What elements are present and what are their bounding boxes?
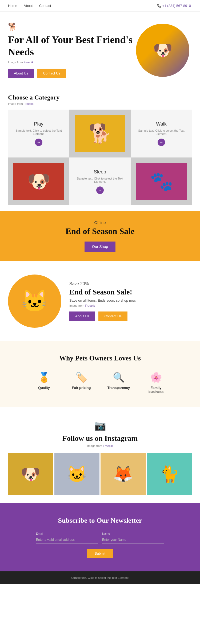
cat-contact-button[interactable]: Contact Us (98, 311, 127, 321)
why-section: Why Pets Owners Loves Us 🏅 Quality 🏷️ Fa… (0, 341, 200, 407)
insta-photo-4[interactable]: 🐈 (147, 453, 192, 495)
instagram-image-credit: Image from Freepik (8, 444, 192, 447)
cat-buttons: About Us Contact Us (69, 311, 192, 321)
sleep-title: Sleep (94, 169, 106, 175)
puppy-photo: 🐾 (136, 163, 187, 200)
navbar: Home About Contact 📞+1 (234) 567-8910 (0, 0, 200, 12)
category-title: Choose a Category (8, 94, 192, 101)
insta-photo-3[interactable]: 🦊 (101, 453, 146, 495)
hero-title: For All of Your Best Friend's Needs (8, 34, 133, 58)
insta-photo-2[interactable]: 🐱 (54, 453, 100, 495)
play-text: Sample text. Click to select the Text El… (13, 129, 64, 135)
fair-pricing-label: Fair pricing (72, 386, 91, 390)
walk-text: Sample text. Click to select the Text El… (136, 129, 187, 135)
instagram-grid: 🐶 🐱 🦊 🐈 (8, 453, 192, 495)
sleep-arrow[interactable]: → (96, 186, 104, 194)
category-play[interactable]: Play Sample text. Click to select the Te… (8, 110, 69, 157)
phone-icon: 📞 (157, 4, 161, 8)
cat-info: Save 20% End of Season Sale! Save on all… (69, 281, 192, 321)
why-transparency: 🔍 Transparency (105, 372, 132, 394)
hero-left: 🐕 For All of Your Best Friend's Needs Im… (8, 22, 133, 78)
newsletter-section: Subscribe to Our Newsletter Email Name S… (0, 503, 200, 571)
play-arrow[interactable]: → (35, 139, 42, 146)
family-business-icon: 🌸 (150, 372, 162, 383)
our-shop-button[interactable]: Our Shop (85, 242, 115, 252)
sale-title: End of Season Sale (8, 226, 192, 236)
why-grid: 🏅 Quality 🏷️ Fair pricing 🔍 Transparency… (8, 372, 192, 394)
category-freepik-link[interactable]: Freepik (24, 102, 34, 105)
cat-desc: Save on all items. Ends soon, so shop no… (69, 298, 192, 302)
instagram-section: 📷 Follow us on Instagram Image from Free… (0, 407, 200, 503)
sleep-text: Sample text. Click to select the Text El… (75, 177, 125, 183)
category-grid: Play Sample text. Click to select the Te… (8, 110, 192, 205)
newsletter-title: Subscribe to Our Newsletter (8, 517, 192, 525)
name-input[interactable] (102, 536, 164, 543)
category-sleep[interactable]: Sleep Sample text. Click to select the T… (69, 157, 131, 205)
bulldog-photo: 🐶 (13, 163, 64, 200)
newsletter-input-row: Email Name (36, 532, 164, 543)
nav-phone: 📞+1 (234) 567-8910 (157, 4, 192, 8)
category-walk[interactable]: Walk Sample text. Click to select the Te… (131, 110, 192, 157)
hero-freepik-link[interactable]: Freepik (24, 61, 34, 64)
instagram-title: Follow us on Instagram (8, 434, 192, 443)
sale-banner: Offline End of Season Sale Our Shop (0, 211, 200, 261)
nav-about[interactable]: About (24, 4, 33, 8)
name-label: Name (102, 532, 110, 535)
category-bulldog-image: 🐶 (8, 157, 69, 205)
nav-contact[interactable]: Contact (39, 4, 51, 8)
cat-sale-title: End of Season Sale! (69, 288, 192, 296)
cat-freepik-link[interactable]: Freepik (85, 304, 95, 307)
why-family-business: 🌸 Family business (143, 372, 169, 394)
why-title: Why Pets Owners Loves Us (8, 354, 192, 362)
category-image-credit: Image from Freepik (8, 102, 192, 105)
hero-dog-circle: 🐶 (136, 24, 189, 77)
quality-icon: 🏅 (38, 372, 50, 383)
insta-photo-1[interactable]: 🐶 (8, 453, 53, 495)
cat-sale-section: 🐱 Save 20% End of Season Sale! Save on a… (0, 261, 200, 341)
email-group: Email (36, 532, 98, 543)
beagle-photo: 🐕 (75, 115, 125, 152)
fair-pricing-icon: 🏷️ (75, 372, 87, 383)
transparency-icon: 🔍 (113, 372, 125, 383)
category-section: Choose a Category Image from Freepik Pla… (0, 83, 200, 211)
transparency-label: Transparency (107, 386, 130, 390)
email-label: Email (36, 532, 43, 535)
family-business-label: Family business (143, 386, 169, 394)
hero-right: 🐶 (133, 24, 192, 77)
sale-label: Offline (8, 220, 192, 225)
nav-links: Home About Contact (8, 4, 51, 8)
category-beagle-image: 🐕 (69, 110, 131, 157)
hero-dog-image: 🐶 (136, 24, 189, 77)
hero-section: 🐕 For All of Your Best Friend's Needs Im… (0, 12, 200, 83)
why-fair-pricing: 🏷️ Fair pricing (68, 372, 95, 394)
hero-image-credit: Image from Freepik (8, 61, 133, 64)
play-title: Play (34, 121, 43, 127)
instagram-icon: 📷 (8, 420, 192, 431)
nav-home[interactable]: Home (8, 4, 17, 8)
walk-arrow[interactable]: → (158, 139, 165, 146)
hero-buttons: About Us Contact Us (8, 69, 133, 78)
category-puppy-image: 🐾 (131, 157, 192, 205)
footer-text: Sample text. Click to select the Text El… (71, 576, 129, 579)
name-group: Name (102, 532, 164, 543)
hero-pet-icon: 🐕 (8, 22, 133, 31)
hero-about-button[interactable]: About Us (8, 69, 34, 78)
submit-button[interactable]: Submit (87, 549, 113, 558)
hero-contact-button[interactable]: Contact Us (37, 69, 66, 78)
why-quality: 🏅 Quality (31, 372, 57, 394)
footer: Sample text. Click to select the Text El… (0, 571, 200, 584)
quality-label: Quality (38, 386, 50, 390)
newsletter-form: Email Name Submit (8, 532, 192, 558)
walk-title: Walk (156, 121, 166, 127)
instagram-freepik-link[interactable]: Freepik (103, 444, 113, 447)
cat-image-credit: Image from Freepik (69, 304, 192, 307)
email-input[interactable] (36, 536, 98, 543)
cat-circle-image: 🐱 (8, 275, 61, 328)
cat-about-button[interactable]: About Us (69, 311, 95, 321)
cat-save-text: Save 20% (69, 281, 192, 286)
